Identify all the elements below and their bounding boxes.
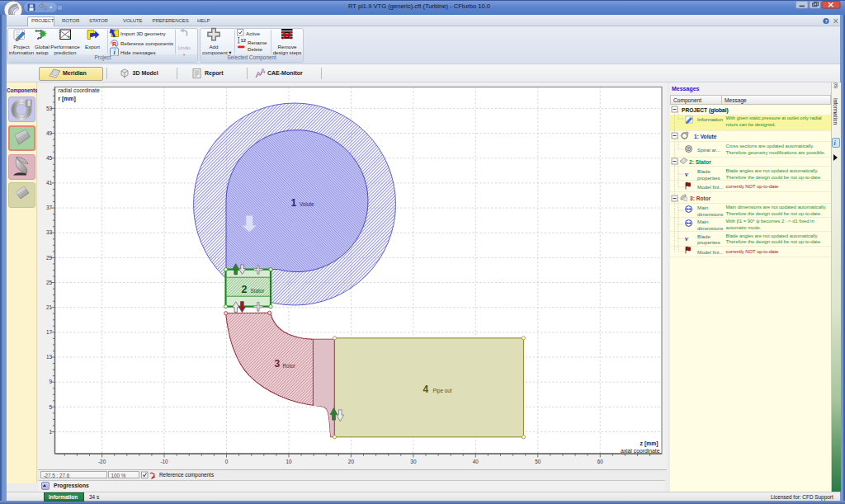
- svg-text:1: 1: [49, 429, 52, 435]
- svg-text:30: 30: [410, 459, 417, 464]
- svg-text:Volute: Volute: [300, 201, 314, 207]
- svg-text:20: 20: [348, 459, 355, 464]
- svg-text:12: 12: [241, 38, 246, 43]
- svg-text:ν: ν: [685, 170, 689, 178]
- svg-text:45: 45: [46, 155, 53, 161]
- svg-text:21: 21: [46, 304, 53, 310]
- svg-text:5: 5: [49, 404, 52, 410]
- svg-text:41: 41: [46, 180, 53, 186]
- svg-text:ν: ν: [685, 234, 689, 243]
- svg-text:33: 33: [46, 229, 53, 235]
- svg-text:13: 13: [46, 354, 53, 360]
- svg-text:53: 53: [46, 106, 53, 111]
- svg-text:17: 17: [46, 329, 53, 335]
- svg-text:z [mm]: z [mm]: [640, 440, 659, 447]
- svg-text:2: 2: [242, 284, 248, 295]
- svg-text:3: 3: [275, 358, 281, 370]
- svg-text:-20: -20: [98, 459, 106, 464]
- svg-text:0: 0: [225, 459, 229, 464]
- svg-text:Rotor: Rotor: [283, 363, 295, 369]
- svg-text:37: 37: [46, 205, 53, 210]
- svg-text:Pipe out: Pipe out: [433, 388, 452, 394]
- svg-text:?: ?: [824, 18, 827, 24]
- svg-text:40: 40: [473, 459, 479, 464]
- svg-text:radial coordinate: radial coordinate: [59, 87, 100, 93]
- svg-text:4: 4: [423, 384, 429, 395]
- svg-text:axial coordinate: axial coordinate: [621, 448, 660, 454]
- svg-text:Stator: Stator: [251, 288, 265, 294]
- svg-text:R: R: [112, 41, 116, 47]
- svg-text:-10: -10: [160, 459, 168, 464]
- svg-text:25: 25: [46, 280, 53, 285]
- svg-text:1: 1: [291, 197, 297, 209]
- svg-text:29: 29: [46, 255, 53, 261]
- svg-text:r [mm]: r [mm]: [59, 96, 76, 102]
- svg-text:60: 60: [597, 459, 604, 464]
- svg-text:9: 9: [49, 379, 52, 384]
- svg-text:10: 10: [286, 459, 292, 464]
- svg-text:50: 50: [535, 459, 541, 464]
- svg-text:49: 49: [46, 130, 53, 136]
